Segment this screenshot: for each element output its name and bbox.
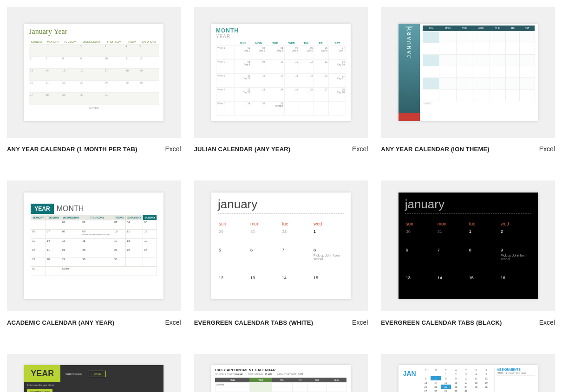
template-thumbnail: JAN SM TW TF S 12345 6789101112 13141516…	[381, 354, 555, 392]
template-card[interactable]: MONTH YEAR SUN MON TUE WED THU FRI SAT W…	[194, 7, 368, 153]
template-card[interactable]: JANUARY YEAR SUN MON TUE WED THU FRI SAT	[381, 7, 555, 153]
template-title: ANY YEAR CALENDAR (1 MONTH PER TAB)	[7, 146, 137, 153]
template-title: ACADEMIC CALENDAR (ANY YEAR)	[7, 319, 114, 326]
template-title: JULIAN CALENDAR (ANY YEAR)	[194, 146, 291, 153]
template-title: EVERGREEN CALENDAR TABS (WHITE)	[194, 319, 314, 326]
template-card[interactable]: DAILY APPOINTMENT CALENDAR SCHEDULE STAR…	[194, 354, 368, 392]
template-card[interactable]: january sun mon tue wed 30 31 1 2 6 7	[381, 180, 555, 326]
template-thumbnail: YEAR MONTH MONDAY TUESDAY WEDNESDAY THUR…	[7, 180, 181, 311]
template-thumbnail: january sun mon tue wed 29 30 31 1 5 6	[194, 180, 368, 311]
template-thumbnail: YEAR Today's Date: DATE Enter calendar y…	[7, 354, 181, 392]
template-thumbnail: MONTH YEAR SUN MON TUE WED THU FRI SAT W…	[194, 7, 368, 138]
template-thumbnail: January Year SUNDAY MONDAY TUESDAY WEDNE…	[7, 7, 181, 138]
template-thumbnail: DAILY APPOINTMENT CALENDAR SCHEDULE STAR…	[194, 354, 368, 392]
template-card[interactable]: January Year SUNDAY MONDAY TUESDAY WEDNE…	[7, 7, 181, 153]
template-card[interactable]: YEAR Today's Date: DATE Enter calendar y…	[7, 354, 181, 392]
template-grid-partial: YEAR Today's Date: DATE Enter calendar y…	[7, 354, 555, 392]
template-app: Excel	[539, 145, 555, 153]
template-app: Excel	[352, 145, 368, 153]
preview-heading: January Year	[29, 27, 159, 36]
template-app: Excel	[165, 145, 181, 153]
template-thumbnail: JANUARY YEAR SUN MON TUE WED THU FRI SAT	[381, 7, 555, 138]
template-grid: January Year SUNDAY MONDAY TUESDAY WEDNE…	[7, 7, 555, 326]
template-title: EVERGREEN CALENDAR TABS (BLACK)	[381, 319, 502, 326]
template-card[interactable]: YEAR MONTH MONDAY TUESDAY WEDNESDAY THUR…	[7, 180, 181, 326]
template-thumbnail: january sun mon tue wed 30 31 1 2 6 7	[381, 180, 555, 311]
template-card[interactable]: january sun mon tue wed 29 30 31 1 5 6	[194, 180, 368, 326]
template-title: ANY YEAR CALENDAR (ION THEME)	[381, 146, 490, 153]
template-app: Excel	[539, 319, 555, 326]
template-app: Excel	[352, 319, 368, 326]
template-app: Excel	[165, 319, 181, 326]
template-card[interactable]: JAN SM TW TF S 12345 6789101112 13141516…	[381, 354, 555, 392]
